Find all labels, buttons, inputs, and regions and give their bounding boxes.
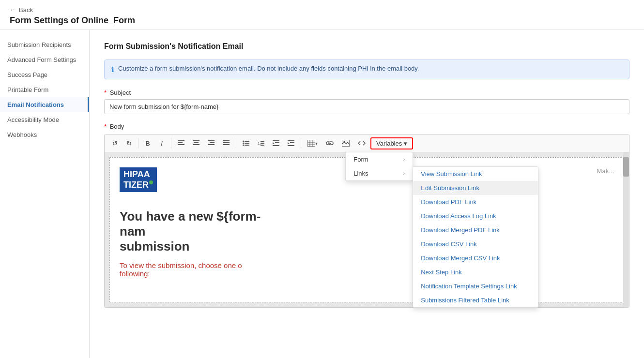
logo-line2: TIZER <box>123 180 149 190</box>
chevron-right-icon-links: › <box>403 170 405 176</box>
svg-rect-9 <box>223 140 230 141</box>
sidebar-item-label: Accessibility Mode <box>7 116 59 123</box>
svg-rect-15 <box>245 143 249 144</box>
align-center-button[interactable] <box>189 137 203 149</box>
body-label: * Body <box>104 123 629 130</box>
sidebar-item-label: Advanced Form Settings <box>7 56 76 63</box>
download-csv-link-item[interactable]: Download CSV Link <box>413 237 538 251</box>
link-button[interactable] <box>322 137 337 149</box>
sidebar-item-label: Submission Recipients <box>7 41 71 48</box>
email-body-text: To view the submission, choose one ofoll… <box>120 261 614 278</box>
logo-green-dot <box>149 180 153 184</box>
toolbar-separator-3 <box>236 138 236 148</box>
sidebar-item-email-notifications[interactable]: Email Notifications <box>0 97 89 112</box>
subject-input[interactable] <box>104 99 629 114</box>
scrollbar-thumb[interactable] <box>623 157 629 177</box>
ordered-list-button[interactable]: 1. <box>254 137 268 149</box>
redo-button[interactable]: ↻ <box>123 137 135 149</box>
notification-template-settings-link-item[interactable]: Notification Template Settings Link <box>413 279 538 293</box>
svg-rect-10 <box>223 142 230 143</box>
sidebar-item-label: Printable Form <box>7 86 48 93</box>
align-left-button[interactable] <box>174 137 188 149</box>
sidebar-item-submission-recipients[interactable]: Submission Recipients <box>0 37 89 52</box>
svg-rect-25 <box>273 145 279 146</box>
variables-form-item[interactable]: Form › <box>346 152 413 166</box>
sidebar-item-accessibility-mode[interactable]: Accessibility Mode <box>0 112 89 127</box>
unordered-list-button[interactable] <box>239 137 253 149</box>
variables-button-label: Variables <box>376 140 402 147</box>
toolbar-separator-2 <box>171 138 171 148</box>
scrollbar-track[interactable] <box>623 152 629 307</box>
svg-rect-20 <box>261 143 264 144</box>
svg-point-12 <box>243 141 244 142</box>
align-justify-button[interactable] <box>219 137 233 149</box>
undo-button[interactable]: ↺ <box>108 137 121 149</box>
variables-dropdown-wrapper: Variables ▾ Form › Links › <box>370 137 413 149</box>
svg-text:1.: 1. <box>258 141 261 146</box>
page-title: Form Settings of Online_Form <box>10 15 634 26</box>
svg-rect-5 <box>193 144 199 145</box>
svg-rect-3 <box>193 140 199 141</box>
sidebar: Submission Recipients Advanced Form Sett… <box>0 30 90 358</box>
align-right-button[interactable] <box>204 137 218 149</box>
app-container: ← Back Form Settings of Online_Form Subm… <box>0 0 644 358</box>
variables-dropdown-menu: Form › Links › View Submission Link <box>345 152 413 181</box>
variables-links-label: Links <box>353 170 368 177</box>
svg-marker-23 <box>273 142 275 144</box>
svg-rect-13 <box>245 141 249 142</box>
edit-submission-link-item[interactable]: Edit Submission Link <box>413 181 538 195</box>
download-access-log-link-item[interactable]: Download Access Log Link <box>413 209 538 223</box>
logo-line1: HIPAA <box>123 169 150 179</box>
outdent-button[interactable] <box>269 137 283 149</box>
svg-marker-27 <box>288 142 290 144</box>
svg-rect-17 <box>245 145 249 146</box>
info-banner: ℹ Customize a form submission's notifica… <box>104 60 629 79</box>
sidebar-item-success-page[interactable]: Success Page <box>0 67 89 82</box>
info-banner-text: Customize a form submission's notificati… <box>118 65 419 72</box>
variables-button[interactable]: Variables ▾ <box>370 137 413 149</box>
sidebar-item-webhooks[interactable]: Webhooks <box>0 127 89 142</box>
svg-rect-4 <box>194 142 199 143</box>
download-merged-pdf-link-item[interactable]: Download Merged PDF Link <box>413 223 538 237</box>
svg-rect-8 <box>208 144 215 145</box>
submissions-filtered-table-link-item[interactable]: Submissions Filtered Table Link <box>413 293 538 307</box>
make-label: Mak... <box>597 167 614 175</box>
bold-button[interactable]: B <box>141 137 154 149</box>
variables-links-item[interactable]: Links › View Submission Link Edit Submis… <box>346 166 413 180</box>
subject-label: * Subject <box>104 89 629 96</box>
svg-rect-29 <box>288 145 294 146</box>
content-area: Form Submission's Notification Email ℹ C… <box>90 30 644 358</box>
svg-rect-6 <box>208 140 215 141</box>
svg-rect-0 <box>178 140 184 141</box>
required-star: * <box>104 89 107 96</box>
svg-rect-1 <box>178 142 183 143</box>
header: ← Back Form Settings of Online_Form <box>0 0 644 30</box>
image-button[interactable] <box>338 137 353 149</box>
sidebar-item-label: Webhooks <box>7 131 37 138</box>
main-layout: Submission Recipients Advanced Form Sett… <box>0 30 644 358</box>
sidebar-item-advanced-form-settings[interactable]: Advanced Form Settings <box>0 52 89 67</box>
back-link[interactable]: ← Back <box>10 6 634 14</box>
view-submission-link-item[interactable]: View Submission Link <box>413 167 538 181</box>
svg-rect-28 <box>290 142 294 143</box>
download-merged-csv-link-item[interactable]: Download Merged CSV Link <box>413 251 538 265</box>
download-pdf-link-item[interactable]: Download PDF Link <box>413 195 538 209</box>
svg-rect-11 <box>223 144 230 145</box>
editor-toolbar: ↺ ↻ B I <box>105 134 629 152</box>
email-logo: HIPAA TIZER <box>120 167 157 192</box>
code-button[interactable] <box>354 137 369 149</box>
variables-form-label: Form <box>353 156 368 163</box>
italic-button[interactable]: I <box>155 137 168 149</box>
sidebar-item-printable-form[interactable]: Printable Form <box>0 82 89 97</box>
toolbar-separator-1 <box>138 138 138 148</box>
indent-button[interactable] <box>284 137 298 149</box>
next-step-link-item[interactable]: Next Step Link <box>413 265 538 279</box>
svg-rect-30 <box>307 140 315 147</box>
table-button[interactable]: ▾ <box>304 137 321 149</box>
svg-point-16 <box>243 145 244 146</box>
editor-container: ↺ ↻ B I <box>104 134 629 308</box>
svg-rect-21 <box>261 145 264 146</box>
svg-point-14 <box>243 143 244 144</box>
back-arrow-icon: ← <box>10 6 16 14</box>
svg-rect-19 <box>261 141 264 142</box>
